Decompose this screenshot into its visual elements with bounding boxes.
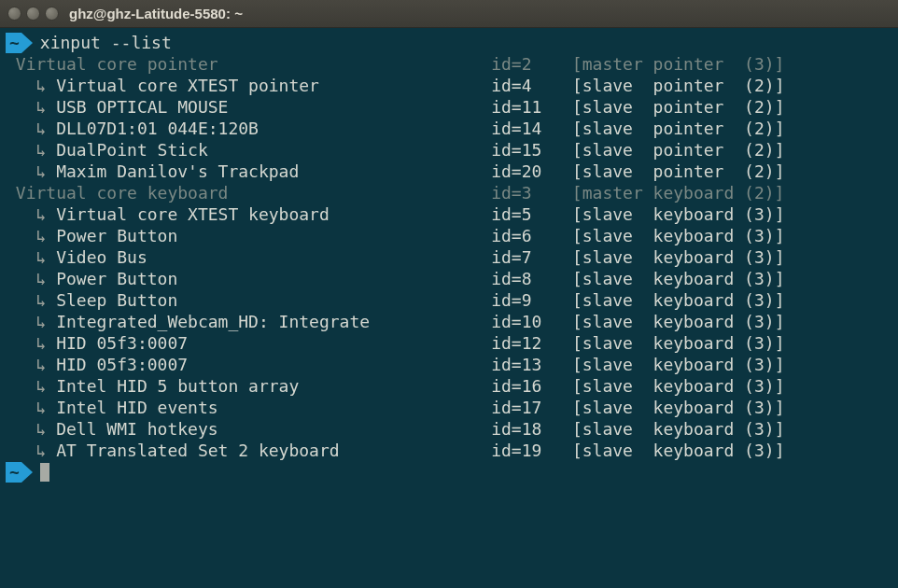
tree-branch-icon: ↳: [6, 312, 56, 331]
tree-branch-icon: ↳: [6, 333, 56, 353]
device-row: ↳ Intel HID 5 button array id=16 [slave …: [6, 375, 892, 397]
device-role: [slave pointer (2)]: [572, 119, 785, 138]
tree-branch-icon: ↳: [6, 247, 56, 267]
device-role: [slave keyboard (3)]: [572, 333, 785, 353]
device-row: ↳ DLL07D1:01 044E:120B id=14 [slave poin…: [6, 118, 892, 139]
device-name: Power Button: [56, 226, 491, 245]
device-name: DLL07D1:01 044E:120B: [56, 119, 491, 138]
prompt-path-segment: ~: [6, 462, 21, 483]
device-row: ↳ Power Button id=8 [slave keyboard (3)]: [6, 268, 892, 289]
tree-branch-icon: ↳: [6, 97, 56, 117]
device-role: [slave pointer (2)]: [572, 140, 785, 160]
device-row: ↳ HID 05f3:0007 id=13 [slave keyboard (3…: [6, 354, 892, 375]
device-row: ↳ Virtual core XTEST pointer id=4 [slave…: [6, 75, 892, 96]
device-name: DualPoint Stick: [56, 140, 491, 160]
device-role: [slave pointer (2)]: [572, 76, 785, 95]
device-name: Integrated_Webcam_HD: Integrate: [56, 312, 491, 331]
device-row: ↳ AT Translated Set 2 keyboard id=19 [sl…: [6, 440, 892, 461]
device-name: Virtual core XTEST keyboard: [56, 204, 491, 224]
device-id: id=10: [491, 312, 572, 331]
tree-branch-icon: ↳: [6, 269, 56, 288]
device-role: [slave keyboard (3)]: [572, 398, 785, 417]
device-name: AT Translated Set 2 keyboard: [56, 441, 491, 460]
device-name: Virtual core XTEST pointer: [56, 76, 491, 95]
minimize-button[interactable]: [26, 7, 40, 21]
terminal-cursor[interactable]: [40, 463, 49, 482]
tree-branch-icon: ↳: [6, 376, 56, 396]
device-row: ↳ Intel HID events id=17 [slave keyboard…: [6, 397, 892, 418]
device-row: ↳ Video Bus id=7 [slave keyboard (3)]: [6, 246, 892, 268]
command-text: xinput --list: [40, 32, 172, 53]
device-id: id=12: [491, 333, 572, 353]
prompt-path-segment: ~: [6, 33, 21, 53]
device-name: HID 05f3:0007: [56, 333, 491, 353]
device-id: id=19: [491, 441, 572, 460]
command-output: Virtual core pointer id=2 [master pointe…: [6, 53, 892, 461]
device-name: Video Bus: [56, 247, 491, 267]
window-titlebar: ghz@ghz-Latitude-5580: ~: [0, 0, 898, 28]
tree-branch-icon: ↳: [6, 290, 56, 310]
tree-branch-icon: ↳: [6, 419, 56, 439]
tree-branch-icon: ↳: [6, 76, 56, 95]
device-row: ↳ USB OPTICAL MOUSE id=11 [slave pointer…: [6, 96, 892, 118]
device-name: Power Button: [56, 269, 491, 288]
tree-branch-icon: ↳: [6, 355, 56, 374]
device-role: [slave keyboard (3)]: [572, 419, 785, 439]
device-id: id=7: [491, 247, 572, 267]
device-row: ↳ DualPoint Stick id=15 [slave pointer (…: [6, 139, 892, 161]
device-role: [slave keyboard (3)]: [572, 204, 785, 224]
device-role: [slave keyboard (3)]: [572, 312, 785, 331]
tree-branch-icon: ↳: [6, 441, 56, 460]
prompt-path: ~: [9, 461, 20, 483]
window-title: ghz@ghz-Latitude-5580: ~: [69, 6, 243, 21]
tree-branch-icon: ↳: [6, 398, 56, 417]
close-button[interactable]: [7, 7, 21, 21]
device-role: [slave keyboard (3)]: [572, 226, 785, 245]
device-role: [slave keyboard (3)]: [572, 355, 785, 374]
device-row: ↳ Virtual core XTEST keyboard id=5 [slav…: [6, 203, 892, 225]
device-name: Dell WMI hotkeys: [56, 419, 491, 439]
device-group-header: Virtual core pointer id=2 [master pointe…: [6, 53, 892, 75]
device-name: Maxim Danilov's Trackpad: [56, 161, 491, 181]
device-id: id=16: [491, 376, 572, 396]
prompt-arrow-icon: [21, 33, 33, 53]
device-id: id=13: [491, 355, 572, 374]
device-id: id=20: [491, 161, 572, 181]
prompt-line-next: ~: [6, 461, 892, 483]
prompt-path: ~: [9, 32, 20, 53]
device-id: id=15: [491, 140, 572, 160]
tree-branch-icon: ↳: [6, 226, 56, 245]
device-role: [slave keyboard (3)]: [572, 441, 785, 460]
device-role: [slave pointer (2)]: [572, 161, 785, 181]
prompt-arrow-icon: [21, 462, 33, 483]
device-role: [slave keyboard (3)]: [572, 290, 785, 310]
device-name: Intel HID 5 button array: [56, 376, 491, 396]
device-name: Sleep Button: [56, 290, 491, 310]
device-row: ↳ Dell WMI hotkeys id=18 [slave keyboard…: [6, 418, 892, 440]
device-id: id=18: [491, 419, 572, 439]
device-role: [slave keyboard (3)]: [572, 376, 785, 396]
device-id: id=4: [491, 76, 572, 95]
device-id: id=5: [491, 204, 572, 224]
device-row: ↳ HID 05f3:0007 id=12 [slave keyboard (3…: [6, 332, 892, 354]
device-id: id=11: [491, 97, 572, 117]
device-group-header: Virtual core keyboard id=3 [master keybo…: [6, 182, 892, 203]
device-id: id=9: [491, 290, 572, 310]
device-role: [slave keyboard (3)]: [572, 269, 785, 288]
prompt-line: ~ xinput --list: [6, 32, 892, 53]
device-row: ↳ Integrated_Webcam_HD: Integrate id=10 …: [6, 311, 892, 332]
device-id: id=14: [491, 119, 572, 138]
device-name: Intel HID events: [56, 398, 491, 417]
device-name: USB OPTICAL MOUSE: [56, 97, 491, 117]
device-id: id=8: [491, 269, 572, 288]
tree-branch-icon: ↳: [6, 204, 56, 224]
device-id: id=6: [491, 226, 572, 245]
device-role: [slave pointer (2)]: [572, 97, 785, 117]
tree-branch-icon: ↳: [6, 140, 56, 160]
maximize-button[interactable]: [45, 7, 59, 21]
device-id: id=17: [491, 398, 572, 417]
device-role: [slave keyboard (3)]: [572, 247, 785, 267]
device-row: ↳ Sleep Button id=9 [slave keyboard (3)]: [6, 289, 892, 311]
device-name: HID 05f3:0007: [56, 355, 491, 374]
terminal-area[interactable]: ~ xinput --list Virtual core pointer id=…: [0, 28, 898, 486]
